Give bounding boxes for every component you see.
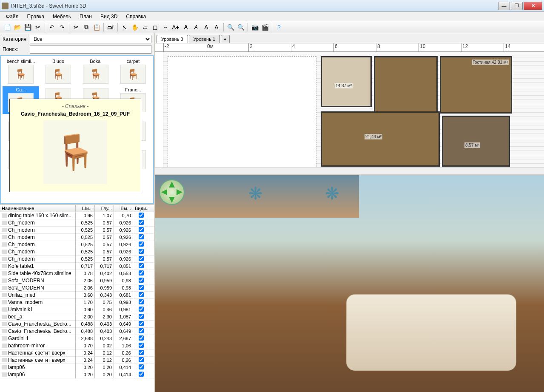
nav-right-icon[interactable] (177, 189, 182, 195)
plan-view[interactable]: -20м246810121416 14,87 м² Гостиная 42,01… (155, 43, 544, 175)
room-area[interactable] (374, 56, 438, 116)
tab-level-1[interactable]: Уровень 1 (189, 35, 220, 43)
table-row[interactable]: Настенная светит вверх 0,24 0,12 0,26 (0, 357, 154, 364)
visibility-checkbox[interactable] (139, 241, 144, 247)
wall-icon[interactable]: ▱ (140, 23, 150, 32)
table-row[interactable]: lamp06 0,20 0,20 0,414 (0, 371, 154, 378)
tab-level-0[interactable]: Уровень 0 (157, 35, 188, 43)
tab-add-level[interactable]: + (221, 35, 229, 43)
text-size-up-icon[interactable]: A (202, 23, 211, 32)
visibility-checkbox[interactable] (139, 357, 144, 362)
maximize-button[interactable]: ❐ (511, 2, 523, 10)
furniture-list[interactable]: Наименование Ши... Глу... Вы... Види... … (0, 204, 154, 392)
menu-plan[interactable]: План (76, 13, 95, 20)
table-row[interactable]: bathroom-mirror 0,70 0,02 1,06 (0, 342, 154, 349)
table-row[interactable]: Ch_modern 0,525 0,57 0,926 (0, 234, 154, 241)
table-row[interactable]: Umivalnik1 0,90 0,46 0,981 (0, 306, 154, 313)
table-row[interactable]: Ch_modern 0,525 0,57 0,926 (0, 248, 154, 256)
prefs-icon[interactable]: ✂ (33, 23, 43, 32)
table-row[interactable]: Kofe table1 0,717 0,717 0,851 (0, 263, 154, 270)
visibility-checkbox[interactable] (139, 249, 144, 254)
col-depth[interactable]: Глу... (95, 205, 114, 212)
catalog-item[interactable]: Bludo🪑 (40, 58, 77, 85)
visibility-checkbox[interactable] (139, 213, 144, 218)
visibility-checkbox[interactable] (139, 364, 144, 369)
table-row[interactable]: dining table 160 x 160 slim... 0,96 1,07… (0, 212, 154, 219)
visibility-checkbox[interactable] (139, 278, 144, 283)
new-icon[interactable]: 📄 (3, 23, 12, 32)
catalog-item[interactable]: Bokal🪑 (77, 58, 114, 85)
visibility-checkbox[interactable] (139, 292, 144, 297)
search-input[interactable] (30, 45, 151, 54)
copy-icon[interactable]: ⧉ (82, 23, 91, 32)
col-height[interactable]: Вы... (114, 205, 133, 212)
minimize-button[interactable]: ― (498, 2, 510, 10)
camera-icon[interactable]: 📷 (250, 23, 259, 32)
table-row[interactable]: Ch_modern 0,525 0,57 0,926 (0, 241, 154, 248)
room-area[interactable]: 14,87 м² (321, 56, 372, 107)
catalog-item[interactable]: bench slimli...🪑 (3, 58, 39, 85)
visibility-checkbox[interactable] (139, 256, 144, 261)
visibility-checkbox[interactable] (139, 307, 144, 312)
text-italic-icon[interactable]: A (191, 23, 201, 32)
room-icon[interactable]: ◻ (151, 23, 160, 32)
text-icon[interactable]: A+ (171, 23, 180, 32)
add-furniture-icon[interactable]: 🛋 (106, 23, 115, 32)
table-row[interactable]: Настенная светит вверх 0,24 0,12 0,26 (0, 349, 154, 357)
table-row[interactable]: Sofa_MODERN 2,06 0,959 0,93 (0, 277, 154, 284)
visibility-checkbox[interactable] (139, 314, 144, 319)
visibility-checkbox[interactable] (139, 220, 144, 225)
visibility-checkbox[interactable] (139, 335, 144, 341)
select-icon[interactable]: ↖ (120, 23, 129, 32)
room-area[interactable]: Гостиная 42,01 м² (440, 56, 512, 114)
table-row[interactable]: Vanna_modern 1,70 0,75 0,993 (0, 299, 154, 306)
close-button[interactable]: ✕ (524, 2, 542, 10)
col-visible[interactable]: Види... (133, 205, 149, 212)
table-row[interactable]: lamp06 0,20 0,20 0,414 (0, 364, 154, 371)
room-area[interactable]: 8,57 м² (442, 116, 510, 167)
zoom-out-icon[interactable]: 🔍 (236, 23, 245, 32)
3d-view[interactable]: ❋ ❋ (155, 175, 544, 392)
redo-icon[interactable]: ↷ (57, 23, 67, 32)
visibility-checkbox[interactable] (139, 263, 144, 268)
paste-icon[interactable]: 📋 (92, 23, 101, 32)
catalog-item[interactable]: carpet🪑 (115, 58, 151, 85)
visibility-checkbox[interactable] (139, 270, 144, 276)
menu-help[interactable]: Справка (122, 13, 149, 20)
text-size-down-icon[interactable]: A (212, 23, 221, 32)
visibility-checkbox[interactable] (139, 372, 144, 377)
table-row[interactable]: bed_a 2,00 2,30 1,087 (0, 313, 154, 321)
menu-furniture[interactable]: Мебель (49, 13, 74, 20)
table-row[interactable]: Side table 40x78cm slimline 0,78 0,402 0… (0, 270, 154, 277)
col-name[interactable]: Наименование (0, 205, 76, 212)
save-icon[interactable]: 💾 (23, 23, 32, 32)
pan-icon[interactable]: ✋ (130, 23, 140, 32)
undo-icon[interactable]: ↶ (47, 23, 57, 32)
visibility-checkbox[interactable] (139, 299, 144, 304)
col-width[interactable]: Ши... (76, 205, 95, 212)
nav-up-icon[interactable] (169, 182, 175, 187)
visibility-checkbox[interactable] (139, 343, 144, 348)
table-row[interactable]: Cavio_Francheska_Bedro... 0,488 0,403 0,… (0, 321, 154, 328)
scrollbar-horizontal[interactable] (155, 168, 544, 174)
table-row[interactable]: Sofa_MODERN 2,06 0,959 0,93 (0, 284, 154, 292)
video-icon[interactable]: 🎬 (260, 23, 270, 32)
visibility-checkbox[interactable] (139, 234, 144, 239)
category-select[interactable]: Все (30, 35, 151, 43)
visibility-checkbox[interactable] (139, 285, 144, 290)
visibility-checkbox[interactable] (139, 350, 144, 355)
nav-left-icon[interactable] (161, 189, 167, 195)
nav-down-icon[interactable] (169, 197, 175, 203)
text-bold-icon[interactable]: A (181, 23, 191, 32)
table-row[interactable]: Unitaz_med 0,60 0,343 0,681 (0, 292, 154, 299)
open-icon[interactable]: 📂 (13, 23, 22, 32)
menu-3dview[interactable]: Вид 3D (97, 13, 121, 20)
cut-icon[interactable]: ✂ (71, 23, 81, 32)
menu-edit[interactable]: Правка (24, 13, 48, 20)
help-icon[interactable]: ? (274, 23, 284, 32)
table-row[interactable]: Ch_modern 0,525 0,57 0,926 (0, 256, 154, 263)
table-row[interactable]: Ch_modern 0,525 0,57 0,926 (0, 227, 154, 234)
visibility-checkbox[interactable] (139, 227, 144, 232)
furniture-catalog[interactable]: bench slimli...🪑Bludo🪑Bokal🪑carpet🪑Ca...… (0, 55, 154, 204)
dimension-icon[interactable]: ↔ (161, 23, 170, 32)
